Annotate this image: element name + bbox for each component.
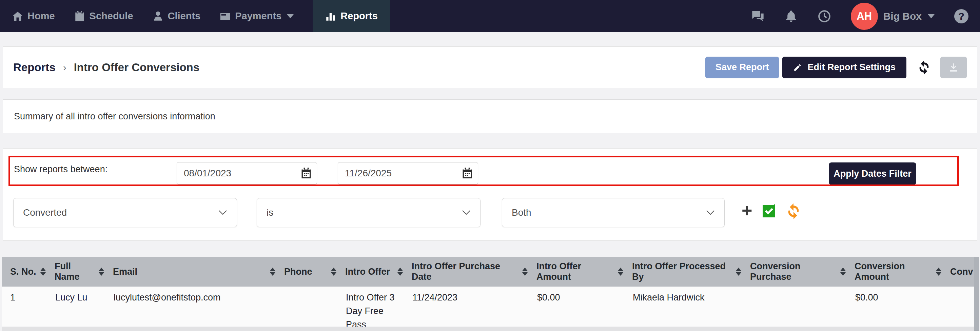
nav-item-clients[interactable]: Clients bbox=[152, 0, 201, 32]
filter-actions: + bbox=[741, 203, 802, 220]
nav-item-payments[interactable]: Payments bbox=[220, 0, 294, 32]
refresh-report-button[interactable] bbox=[916, 60, 932, 75]
account-menu[interactable]: Big Box bbox=[883, 11, 935, 22]
column-header-full-name[interactable]: Full Name bbox=[51, 257, 110, 286]
report-toolbar: Save Report Edit Report Settings bbox=[705, 57, 967, 78]
report-header-card: Reports › Intro Offer Conversions Save R… bbox=[3, 46, 977, 88]
refresh-icon bbox=[916, 60, 932, 75]
apply-filter-button[interactable] bbox=[760, 203, 777, 220]
date-range-label: Show reports between: bbox=[14, 164, 108, 175]
filter-value-select[interactable]: Both bbox=[502, 198, 725, 227]
help-icon: ? bbox=[958, 11, 964, 22]
table-row[interactable]: 1 Lucy Lu lucylutest@onefitstop.com Intr… bbox=[2, 286, 974, 326]
sort-icon[interactable] bbox=[840, 267, 846, 276]
summary-text: Summary of all intro offer conversions i… bbox=[14, 111, 215, 122]
end-date-input[interactable] bbox=[338, 162, 478, 185]
nav-item-reports[interactable]: Reports bbox=[313, 0, 390, 32]
download-report-button[interactable] bbox=[940, 57, 967, 78]
notifications-button[interactable] bbox=[784, 10, 798, 23]
chat-button[interactable] bbox=[751, 10, 765, 23]
sort-icon[interactable] bbox=[618, 267, 623, 276]
bell-icon bbox=[784, 10, 798, 23]
add-filter-button[interactable]: + bbox=[741, 201, 752, 220]
home-icon bbox=[12, 11, 24, 22]
cell-conversion-amount: $0.00 bbox=[851, 286, 947, 326]
sort-icon[interactable] bbox=[331, 267, 336, 276]
table-header-row: S. No. Full Name Email Phone Intro Offer… bbox=[2, 257, 974, 286]
bar-chart-icon bbox=[325, 11, 336, 22]
filters-card: Show reports between: Apply Dates Filter… bbox=[3, 148, 977, 241]
column-header-conversion-purchase[interactable]: Conversion Purchase bbox=[747, 257, 851, 286]
horizontal-scrollbar[interactable] bbox=[2, 326, 974, 331]
nav-item-label: Clients bbox=[168, 11, 201, 22]
column-header-email[interactable]: Email bbox=[110, 257, 281, 286]
clock-icon bbox=[818, 10, 831, 23]
nav-item-label: Schedule bbox=[89, 11, 133, 22]
summary-card: Summary of all intro offer conversions i… bbox=[3, 99, 977, 133]
reset-filter-button[interactable] bbox=[785, 203, 802, 220]
sort-icon[interactable] bbox=[40, 267, 46, 276]
help-button[interactable]: ? bbox=[954, 9, 969, 24]
sort-icon[interactable] bbox=[398, 267, 403, 276]
sort-icon[interactable] bbox=[270, 267, 275, 276]
cell-intro-offer-processed-by: Mikaela Hardwick bbox=[629, 286, 747, 326]
filter-field-select[interactable]: Converted bbox=[13, 198, 237, 227]
cell-email: lucylutest@onefitstop.com bbox=[110, 286, 281, 326]
credit-card-icon bbox=[220, 11, 231, 22]
check-square-icon bbox=[760, 203, 777, 220]
page-title: Intro Offer Conversions bbox=[74, 61, 199, 74]
column-header-intro-offer[interactable]: Intro Offer bbox=[342, 257, 408, 286]
column-header-intro-offer-processed-by[interactable]: Intro Offer Processed By bbox=[629, 257, 747, 286]
start-date-input[interactable] bbox=[177, 162, 317, 185]
cell-intro-offer-purchase-date: 11/24/2023 bbox=[408, 286, 533, 326]
cell-phone bbox=[281, 286, 342, 326]
nav-item-label: Reports bbox=[340, 11, 378, 22]
sort-icon[interactable] bbox=[99, 267, 104, 276]
nav-item-label: Payments bbox=[235, 11, 282, 22]
save-report-button[interactable]: Save Report bbox=[705, 57, 779, 78]
edit-report-settings-button[interactable]: Edit Report Settings bbox=[782, 57, 907, 78]
end-date-field-wrap bbox=[338, 162, 478, 185]
vertical-scrollbar[interactable] bbox=[974, 257, 979, 331]
chat-icon bbox=[751, 10, 765, 23]
nav-item-home[interactable]: Home bbox=[12, 0, 55, 32]
account-name: Big Box bbox=[883, 11, 922, 22]
column-header-conversion-truncated[interactable]: Conv bbox=[947, 257, 974, 286]
nav-right-cluster: AH Big Box ? bbox=[732, 0, 980, 32]
cell-full-name[interactable]: Lucy Lu bbox=[51, 286, 110, 326]
filter-operator-value: is bbox=[267, 207, 273, 218]
chevron-down-icon bbox=[218, 210, 227, 215]
nav-item-schedule[interactable]: Schedule bbox=[74, 0, 133, 32]
red-annotation-box bbox=[8, 156, 959, 186]
cell-intro-offer: Intro Offer 3 Day Free Pass bbox=[342, 286, 408, 326]
column-header-intro-offer-amount[interactable]: Intro Offer Amount bbox=[533, 257, 629, 286]
nav-item-label: Home bbox=[27, 11, 55, 22]
breadcrumb-reports-link[interactable]: Reports bbox=[13, 61, 56, 74]
avatar[interactable]: AH bbox=[851, 3, 878, 30]
cell-sno: 1 bbox=[2, 286, 51, 326]
cell-conversion-purchase bbox=[747, 286, 851, 326]
avatar-initials: AH bbox=[857, 10, 872, 22]
cell-intro-offer-amount: $0.00 bbox=[533, 286, 629, 326]
person-icon bbox=[152, 11, 164, 22]
sort-icon[interactable] bbox=[736, 267, 741, 276]
apply-dates-filter-button[interactable]: Apply Dates Filter bbox=[829, 162, 916, 185]
pencil-icon bbox=[793, 63, 802, 72]
chevron-down-icon bbox=[287, 14, 294, 18]
column-header-conversion-amount[interactable]: Conversion Amount bbox=[851, 257, 947, 286]
column-header-sno[interactable]: S. No. bbox=[2, 257, 51, 286]
chevron-down-icon bbox=[706, 210, 715, 215]
top-navbar: Home Schedule Clients Payments Reports bbox=[0, 0, 980, 32]
column-header-intro-offer-purchase-date[interactable]: Intro Offer Purchase Date bbox=[408, 257, 533, 286]
report-table: S. No. Full Name Email Phone Intro Offer… bbox=[2, 257, 974, 326]
breadcrumb: Reports › Intro Offer Conversions bbox=[13, 61, 199, 74]
nav-menu: Home Schedule Clients Payments Reports bbox=[0, 0, 390, 32]
filter-value-value: Both bbox=[512, 207, 531, 218]
filter-operator-select[interactable]: is bbox=[257, 198, 480, 227]
column-header-phone[interactable]: Phone bbox=[281, 257, 342, 286]
sort-icon[interactable] bbox=[936, 267, 941, 276]
sort-icon[interactable] bbox=[522, 267, 528, 276]
plus-icon: + bbox=[741, 201, 752, 220]
history-button[interactable] bbox=[818, 10, 831, 23]
app-screen: Home Schedule Clients Payments Reports bbox=[0, 0, 980, 331]
